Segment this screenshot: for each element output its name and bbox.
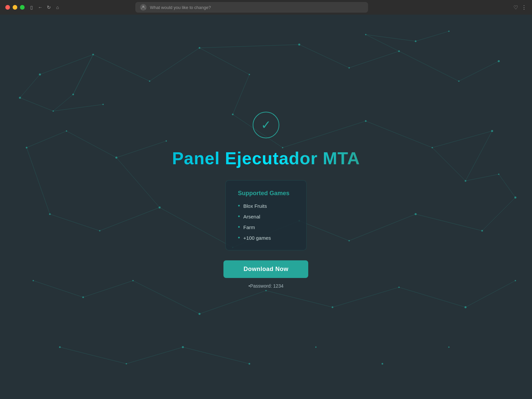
svg-line-75	[116, 141, 166, 158]
maximize-button[interactable]	[20, 5, 25, 10]
svg-line-89	[83, 281, 133, 297]
browser-navigation: ▯ ← ↻ ⌂	[29, 4, 61, 10]
browser-chrome: ▯ ← ↻ ⌂ What would you like to change? ♡…	[0, 0, 532, 15]
svg-point-44	[19, 97, 21, 99]
svg-line-64	[233, 74, 249, 114]
svg-line-56	[20, 74, 40, 98]
supported-games-card: Supported Games • Blox Fruits • Arsenal …	[225, 180, 306, 250]
svg-line-69	[459, 61, 499, 81]
svg-point-6	[298, 44, 300, 46]
sidebar-toggle-button[interactable]: ▯	[29, 4, 35, 10]
svg-line-95	[466, 281, 515, 307]
svg-line-60	[53, 104, 103, 111]
svg-point-3	[149, 80, 150, 82]
refresh-button[interactable]: ↻	[46, 4, 52, 10]
svg-point-21	[99, 230, 100, 231]
main-content: ✓ Panel Ejecutador MTA Supported Games •…	[0, 15, 532, 399]
svg-line-61	[73, 55, 93, 94]
svg-point-10	[498, 60, 500, 62]
svg-point-31	[199, 313, 200, 315]
center-panel: ✓ Panel Ejecutador MTA Supported Games •…	[172, 112, 360, 289]
svg-line-57	[20, 98, 53, 111]
svg-point-27	[481, 230, 483, 232]
svg-line-71	[366, 35, 416, 41]
svg-line-103	[432, 131, 492, 148]
svg-point-51	[365, 34, 366, 35]
close-button[interactable]	[5, 5, 10, 10]
password-text: •Password: 1234	[248, 283, 283, 289]
favorite-icon[interactable]: ♡	[513, 4, 518, 11]
game-item-farm: • Farm	[238, 224, 289, 230]
svg-line-72	[416, 31, 449, 41]
svg-line-102	[366, 121, 432, 148]
svg-point-36	[515, 280, 516, 281]
svg-point-43	[448, 346, 450, 348]
game-item-more: • +100 games	[238, 235, 289, 241]
games-card-title: Supported Games	[238, 190, 289, 197]
svg-line-98	[183, 347, 249, 364]
svg-line-93	[332, 287, 399, 307]
svg-point-2	[92, 54, 94, 56]
traffic-lights	[5, 5, 25, 10]
svg-point-28	[33, 280, 34, 281]
svg-point-40	[249, 363, 250, 365]
svg-point-7	[348, 67, 350, 68]
svg-line-76	[27, 148, 50, 214]
svg-point-17	[365, 120, 367, 122]
bullet-icon: •	[238, 224, 240, 230]
game-name: +100 games	[243, 235, 271, 241]
bullet-icon: •	[238, 235, 240, 241]
svg-line-77	[50, 214, 100, 231]
svg-line-67	[349, 51, 399, 68]
svg-line-92	[266, 291, 332, 307]
svg-line-63	[200, 48, 249, 74]
svg-line-87	[482, 198, 515, 231]
svg-line-99	[116, 158, 160, 207]
download-button[interactable]: Download Now	[223, 260, 308, 278]
svg-point-50	[514, 197, 516, 199]
browser-avatar	[140, 4, 147, 11]
svg-line-59	[73, 55, 93, 94]
address-placeholder: What would you like to change?	[150, 5, 211, 10]
svg-point-53	[448, 31, 450, 32]
svg-line-96	[60, 347, 126, 364]
svg-line-85	[466, 174, 499, 181]
address-bar[interactable]: What would you like to change?	[135, 2, 368, 13]
svg-line-94	[399, 287, 466, 307]
svg-point-39	[182, 346, 184, 348]
svg-line-86	[499, 174, 515, 198]
svg-point-8	[398, 51, 400, 52]
svg-line-66	[299, 45, 349, 68]
svg-point-47	[102, 104, 104, 105]
bullet-icon: •	[238, 213, 240, 219]
svg-line-62	[150, 48, 200, 81]
svg-line-91	[200, 291, 266, 314]
more-options-icon[interactable]: ⋮	[521, 4, 527, 11]
svg-line-65	[200, 45, 299, 48]
game-name: Blox Fruits	[243, 203, 267, 209]
svg-point-34	[398, 287, 400, 288]
svg-line-78	[100, 207, 160, 231]
browser-right-controls: ♡ ⋮	[513, 4, 527, 11]
checkmark: ✓	[261, 119, 271, 131]
game-item-arsenal: • Arsenal	[238, 213, 289, 219]
svg-line-74	[66, 131, 116, 158]
minimize-button[interactable]	[13, 5, 17, 10]
svg-point-33	[332, 307, 333, 308]
svg-line-58	[53, 94, 73, 111]
svg-line-54	[40, 55, 93, 74]
home-button[interactable]: ⌂	[55, 4, 61, 10]
svg-point-52	[415, 41, 417, 42]
svg-point-49	[498, 174, 499, 175]
svg-point-1	[39, 73, 41, 75]
svg-point-22	[159, 206, 161, 208]
svg-line-84	[466, 131, 492, 181]
svg-line-88	[33, 281, 83, 297]
game-name: Arsenal	[243, 214, 260, 219]
svg-point-4	[199, 47, 200, 49]
back-button[interactable]: ←	[37, 4, 43, 10]
game-item-blox-fruits: • Blox Fruits	[238, 203, 289, 209]
svg-point-13	[115, 157, 117, 159]
svg-line-73	[27, 131, 66, 148]
svg-point-30	[132, 280, 134, 281]
